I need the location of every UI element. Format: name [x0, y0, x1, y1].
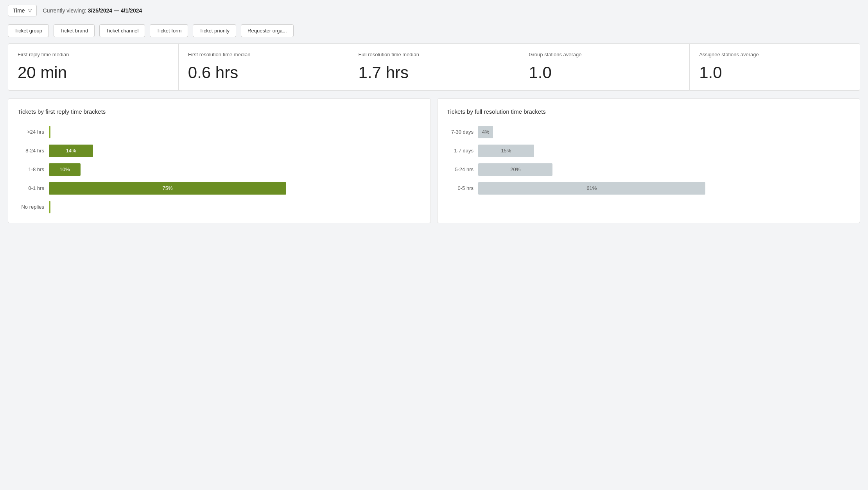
filter-btn-ticket-priority[interactable]: Ticket priority	[193, 24, 236, 37]
bar-text: 4%	[479, 129, 493, 135]
bar-text: 61%	[583, 185, 600, 191]
bar-text: 15%	[498, 148, 514, 154]
bar-row: 1-7 days15%	[447, 145, 850, 157]
metric-label: First reply time median	[18, 52, 169, 58]
chart-right-bars: 7-30 days4%1-7 days15%5-24 hrs20%0-5 hrs…	[447, 126, 850, 195]
bar-container	[49, 201, 421, 213]
bar-row: 0-5 hrs61%	[447, 182, 850, 195]
metric-label: Full resolution time median	[359, 52, 510, 58]
bar-label: No replies	[18, 204, 44, 210]
bar-row: 8-24 hrs14%	[18, 145, 421, 157]
chart-first-reply: Tickets by first reply time brackets >24…	[8, 98, 431, 223]
bar-label: 1-7 days	[447, 148, 473, 154]
metric-label: Assignee stations average	[699, 52, 850, 58]
bar-label: 5-24 hrs	[447, 166, 473, 172]
bar-text: 10%	[56, 166, 73, 172]
bar-label: 1-8 hrs	[18, 166, 44, 172]
bar-container: 4%	[478, 126, 850, 138]
bar-label: 7-30 days	[447, 129, 473, 135]
bar-container: 10%	[49, 163, 421, 176]
filter-btn-ticket-brand[interactable]: Ticket brand	[54, 24, 95, 37]
time-filter-button[interactable]: Time ▽	[8, 5, 37, 16]
chart-full-resolution: Tickets by full resolution time brackets…	[437, 98, 860, 223]
bar-container: 61%	[478, 182, 850, 195]
bar-fill: 61%	[478, 182, 705, 195]
thin-bar	[49, 201, 50, 213]
metric-value: 1.0	[529, 64, 680, 81]
bar-text: 14%	[63, 148, 79, 154]
bar-fill: 4%	[478, 126, 493, 138]
filter-btn-ticket-channel[interactable]: Ticket channel	[99, 24, 145, 37]
filter-icon: ▽	[28, 8, 32, 13]
metric-card-first-resolution-median: First resolution time median 0.6 hrs	[178, 43, 349, 91]
bar-container: 75%	[49, 182, 421, 195]
bar-text: 20%	[507, 166, 524, 172]
bar-fill: 15%	[478, 145, 534, 157]
metric-label: Group stations average	[529, 52, 680, 58]
currently-viewing-prefix: Currently viewing:	[43, 7, 88, 14]
filter-btn-requester-org[interactable]: Requester orga...	[241, 24, 293, 37]
bar-row: 1-8 hrs10%	[18, 163, 421, 176]
thin-bar	[49, 126, 50, 138]
bar-fill: 75%	[49, 182, 286, 195]
filter-btn-ticket-form[interactable]: Ticket form	[150, 24, 188, 37]
bar-fill: 14%	[49, 145, 93, 157]
metric-card-group-stations-avg: Group stations average 1.0	[519, 43, 690, 91]
metric-card-assignee-stations-avg: Assignee stations average 1.0	[689, 43, 860, 91]
metric-value: 0.6 hrs	[188, 64, 339, 81]
bar-label: 0-1 hrs	[18, 185, 44, 191]
metric-value: 1.0	[699, 64, 850, 81]
bar-label: 0-5 hrs	[447, 185, 473, 191]
bar-row: 0-1 hrs75%	[18, 182, 421, 195]
bar-row: 5-24 hrs20%	[447, 163, 850, 176]
date-range-value: 3/25/2024 — 4/1/2024	[88, 7, 142, 14]
charts-row: Tickets by first reply time brackets >24…	[0, 98, 868, 231]
bar-container: 20%	[478, 163, 850, 176]
metric-value: 1.7 hrs	[359, 64, 510, 81]
bar-container: 15%	[478, 145, 850, 157]
bar-text: 75%	[159, 185, 176, 191]
metric-label: First resolution time median	[188, 52, 339, 58]
bar-row: 7-30 days4%	[447, 126, 850, 138]
metric-card-full-resolution-median: Full resolution time median 1.7 hrs	[349, 43, 520, 91]
bar-row: No replies	[18, 201, 421, 213]
bar-container: 14%	[49, 145, 421, 157]
bar-fill: 20%	[478, 163, 552, 176]
chart-left-title: Tickets by first reply time brackets	[18, 108, 421, 115]
metrics-row: First reply time median 20 min First res…	[0, 43, 868, 98]
bar-row: >24 hrs	[18, 126, 421, 138]
bar-label: 8-24 hrs	[18, 148, 44, 154]
bar-fill: 10%	[49, 163, 81, 176]
metric-card-first-reply-median: First reply time median 20 min	[8, 43, 179, 91]
date-range-text: Currently viewing: 3/25/2024 — 4/1/2024	[43, 7, 142, 14]
metric-value: 20 min	[18, 64, 169, 81]
filter-btn-ticket-group[interactable]: Ticket group	[8, 24, 49, 37]
filter-bar: Ticket groupTicket brandTicket channelTi…	[0, 21, 868, 43]
bar-container	[49, 126, 421, 138]
bar-label: >24 hrs	[18, 129, 44, 135]
chart-right-title: Tickets by full resolution time brackets	[447, 108, 850, 115]
chart-left-bars: >24 hrs8-24 hrs14%1-8 hrs10%0-1 hrs75%No…	[18, 126, 421, 213]
top-bar: Time ▽ Currently viewing: 3/25/2024 — 4/…	[0, 0, 868, 21]
time-filter-label: Time	[13, 7, 25, 14]
